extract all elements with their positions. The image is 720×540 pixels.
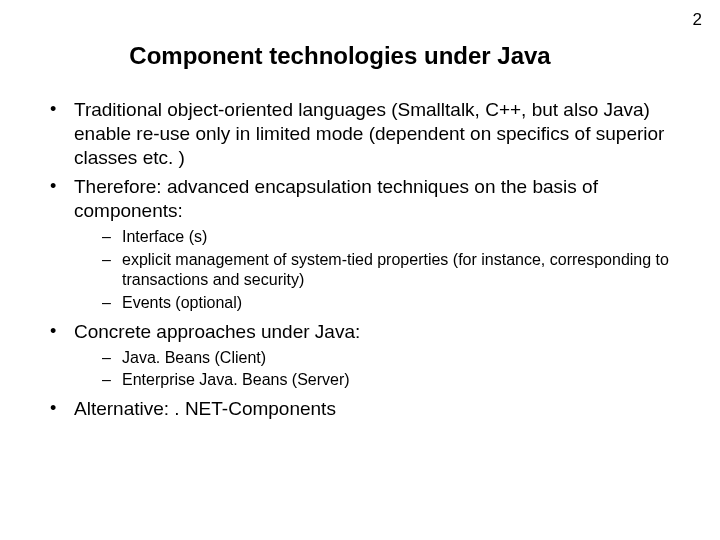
sub-bullet-text: Interface (s) [122,228,207,245]
bullet-text: Concrete approaches under Java: [74,321,360,342]
page-number: 2 [693,10,702,30]
sub-list: Java. Beans (Client) Enterprise Java. Be… [74,348,680,392]
list-item: Java. Beans (Client) [74,348,680,369]
bullet-text: Alternative: . NET-Components [74,398,336,419]
list-item: Events (optional) [74,293,680,314]
sub-bullet-text: Enterprise Java. Beans (Server) [122,371,350,388]
bullet-list: Traditional object-oriented languages (S… [40,98,680,421]
bullet-text: Therefore: advanced encapsulation techni… [74,176,598,221]
sub-list: Interface (s) explicit management of sys… [74,227,680,314]
list-item: Alternative: . NET-Components [40,397,680,421]
list-item: Interface (s) [74,227,680,248]
list-item: Concrete approaches under Java: Java. Be… [40,320,680,391]
list-item: explicit management of system-tied prope… [74,250,680,292]
slide-title: Component technologies under Java [80,42,600,70]
list-item: Enterprise Java. Beans (Server) [74,370,680,391]
bullet-text: Traditional object-oriented languages (S… [74,99,664,168]
sub-bullet-text: Java. Beans (Client) [122,349,266,366]
list-item: Therefore: advanced encapsulation techni… [40,175,680,314]
list-item: Traditional object-oriented languages (S… [40,98,680,169]
sub-bullet-text: explicit management of system-tied prope… [122,251,669,289]
sub-bullet-text: Events (optional) [122,294,242,311]
